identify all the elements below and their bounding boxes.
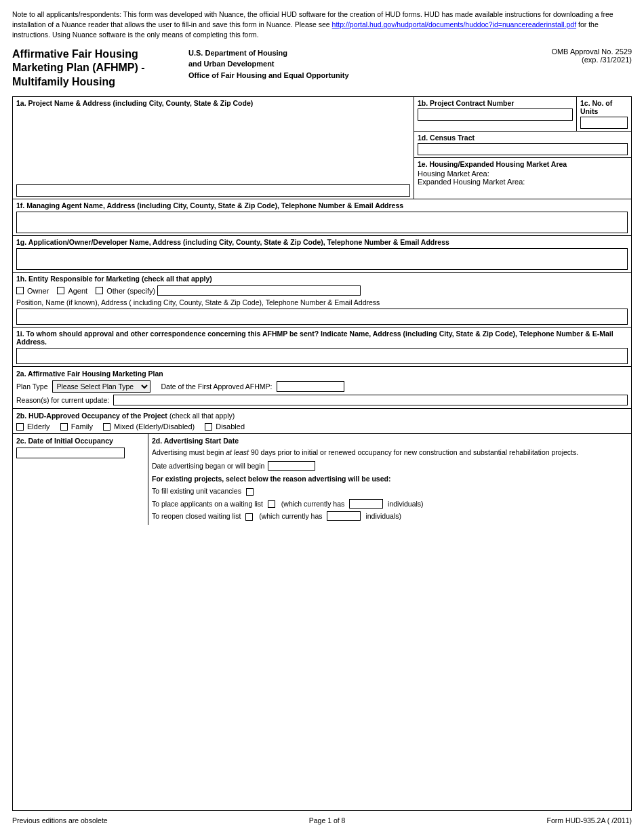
section-1g: 1g. Application/Owner/Developer Name, Ad… [13,236,631,273]
position-label: Position, Name (if known), Address ( inc… [16,298,628,306]
disabled-label-item[interactable]: Disabled [205,422,245,431]
waiting-list3-text: individuals) [388,500,424,508]
section-1i: 1i. To whom should approval and other co… [13,327,631,367]
waiting-list2-text: (which currently has [281,500,344,508]
input-area-1f [16,212,628,233]
ad-text1b: at least [226,448,249,456]
footer-center: Page 1 of 8 [309,816,346,825]
agent-checkbox[interactable] [57,287,64,294]
dept-line2: and Urban Development [188,58,538,70]
dept-line3: Office of Fair Housing and Equal Opportu… [188,70,538,81]
waiting-list-text: To place applicants on a waiting list [152,500,263,508]
notice-link[interactable]: http://portal.hud.gov/hudportal/document… [332,20,576,28]
agent-checkbox-label[interactable]: Agent [57,287,87,295]
date-first-approved-label: Date of the First Approved AFHMP: [161,382,273,391]
label-1e: 1e. Housing/Expanded Housing Market Area [418,160,628,168]
other-specify-input[interactable] [157,285,361,296]
form-body: 1a. Project Name & Address (including Ci… [12,96,632,811]
mixed-label-item[interactable]: Mixed (Elderly/Disabled) [103,422,195,431]
waiting-list-line: To place applicants on a waiting list (w… [152,499,628,510]
reason-row: Reason(s) for current update: [16,395,628,405]
reason-label: Reason(s) for current update: [16,396,109,404]
housing-market-area-label: Housing Market Area: [418,170,628,178]
label-1h: 1h. Entity Responsible for Marketing (ch… [16,275,212,283]
correspondence-input-area [16,348,628,364]
owner-checkbox[interactable] [16,287,24,294]
family-checkbox[interactable] [60,423,68,431]
elderly-label[interactable]: Elderly [16,422,50,431]
elderly-text: Elderly [27,422,50,431]
reopen-text: To reopen closed waiting list [152,512,241,520]
section-2b: 2b. HUD-Approved Occupancy of the Projec… [13,409,631,434]
label-1a: 1a. Project Name & Address (including Ci… [16,99,410,107]
omb-line1: OMB Approval No. 2529 [551,47,632,56]
dept-info: U.S. Department of Housing and Urban Dev… [188,47,538,81]
section-1a-1e: 1a. Project Name & Address (including Ci… [13,97,631,199]
footer-right: Form HUD-935.2A ( /2011) [547,816,632,825]
elderly-checkbox[interactable] [16,423,24,431]
label-1i-text: 1i. To whom should approval and other co… [16,330,613,346]
waiting-list-checkbox[interactable] [268,500,275,508]
section-2d: 2d. Advertising Start Date Advertising m… [148,434,631,525]
disabled-text: Disabled [216,422,245,431]
label-2c: 2c. Date of Initial Occupancy [16,437,144,445]
label-2b-note: (check all that apply) [169,412,235,420]
label-2a: 2a. Affirmative Fair Housing Marketing P… [16,370,628,378]
label-1d: 1d. Census Tract [418,134,628,142]
mixed-checkbox[interactable] [103,423,110,431]
cell-1d: 1d. Census Tract [414,132,631,158]
ad-text2: Date advertising began or will begin [152,462,264,470]
input-1d[interactable] [418,143,628,155]
cell-1c: 1c. No. of Units [577,97,631,131]
label-1f: 1f. Managing Agent Name, Address (includ… [16,201,403,210]
cell-1e: 1e. Housing/Expanded Housing Market Area… [414,158,631,199]
reason-input[interactable] [113,395,628,405]
cell-1b: 1b. Project Contract Number [414,97,577,131]
right-cells-1b-1e: 1b. Project Contract Number 1c. No. of U… [414,97,631,199]
other-checkbox[interactable] [96,287,103,294]
contract-units-row: 1b. Project Contract Number 1c. No. of U… [414,97,631,132]
plan-type-select[interactable]: Please Select Plan Type New Construction… [52,380,150,393]
cell-1a: 1a. Project Name & Address (including Ci… [13,97,414,199]
input-1a[interactable] [16,184,410,197]
omb-line2: (exp. /31/2021) [551,56,632,64]
section-2c-2d: 2c. Date of Initial Occupancy 2d. Advert… [13,434,631,525]
reopen2-text: (which currently has [259,512,322,520]
section-2a: 2a. Affirmative Fair Housing Marketing P… [13,367,631,409]
label-1c: 1c. No. of Units [580,99,628,115]
position-input-area [16,309,628,325]
other-checkbox-label[interactable]: Other (specify) [96,285,361,296]
label-1b: 1b. Project Contract Number [418,99,573,107]
owner-checkbox-label[interactable]: Owner [16,287,49,295]
date-first-approved-input[interactable] [277,381,344,392]
ad-date-row: Date advertising began or will begin [152,461,628,471]
waiting-list-count-input[interactable] [349,499,383,509]
expanded-market-area-label: Expanded Housing Market Area: [418,178,628,186]
footer-left: Previous editions are obsolete [12,816,108,825]
date-of-occ-input[interactable] [16,448,125,458]
ad-text1: Advertising must begin [152,448,226,456]
input-1c[interactable] [580,117,628,129]
section-1f: 1f. Managing Agent Name, Address (includ… [13,199,631,236]
input-1b[interactable] [418,108,573,121]
fill-vacancies-line: To fill existing unit vacancies [152,486,628,497]
label-1i: 1i. To whom should approval and other co… [16,330,628,346]
family-label-item[interactable]: Family [60,422,93,431]
disabled-checkbox[interactable] [205,423,212,431]
label-2b: 2b. HUD-Approved Occupancy of the Projec… [16,412,167,420]
plan-type-row: Plan Type Please Select Plan Type New Co… [16,380,628,393]
advertising-reasons: To fill existing unit vacancies To place… [152,486,628,522]
reopen-count-input[interactable] [327,511,361,521]
reopen-checkbox[interactable] [245,513,253,521]
agent-label: Agent [68,287,87,295]
header-section: Affirmative Fair Housing Marketing Plan … [12,47,632,90]
label-2d: 2d. Advertising Start Date [152,437,239,445]
omb-info: OMB Approval No. 2529 (exp. /31/2021) [551,47,632,64]
dept-line1: U.S. Department of Housing [188,47,538,59]
existing-projects-label: For existing projects, select below the … [152,475,628,483]
form-title: Affirmative Fair Housing Marketing Plan … [12,47,175,90]
section-1h: 1h. Entity Responsible for Marketing (ch… [13,273,631,327]
footer: Previous editions are obsolete Page 1 of… [12,816,632,825]
fill-vacancies-checkbox[interactable] [246,488,254,496]
ad-date-input[interactable] [268,461,315,471]
